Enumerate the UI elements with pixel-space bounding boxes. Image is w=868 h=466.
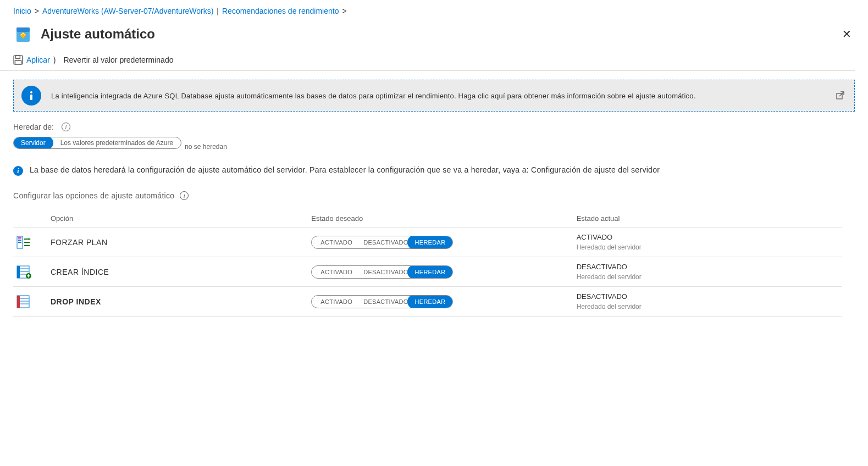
current-state: DESACTIVADO Heredado del servidor — [577, 292, 842, 310]
current-state: DESACTIVADO Heredado del servidor — [577, 263, 842, 281]
option-name: CREAR ÍNDICE — [46, 268, 311, 276]
svg-rect-1 — [16, 27, 30, 32]
toggle-inherit[interactable]: HEREDAR — [407, 295, 454, 308]
current-state-value: DESACTIVADO — [577, 292, 842, 301]
external-link-icon — [836, 91, 844, 100]
col-desired: Estado deseado — [311, 214, 576, 223]
page-title: Ajuste automático — [41, 26, 155, 42]
col-current: Estado actual — [577, 214, 842, 223]
option-name: FORZAR PLAN — [46, 238, 311, 247]
info-icon-small: i — [13, 166, 23, 176]
inherit-from-label: Heredar de: i — [13, 123, 855, 131]
desired-state-toggle[interactable]: ACTIVADO DESACTIVADO HEREDAR — [311, 265, 453, 279]
apply-button[interactable]: Aplicar ) — [13, 55, 56, 65]
svg-rect-10 — [18, 240, 21, 241]
inherit-azure-defaults-option[interactable]: Los valores predeterminados de Azure — [53, 137, 181, 149]
breadcrumb-sep: > — [342, 7, 346, 15]
option-name: DROP INDEX — [46, 297, 311, 306]
toggle-on[interactable]: ACTIVADO — [312, 295, 361, 308]
svg-rect-19 — [17, 296, 20, 308]
breadcrumb-perf[interactable]: Recomendaciones de rendimiento — [222, 7, 339, 15]
page-header: Ajuste automático ✕ — [0, 20, 868, 55]
current-state-source: Heredado del servidor — [577, 303, 842, 310]
info-tooltip-icon[interactable]: i — [62, 123, 70, 131]
info-banner[interactable]: La inteligencia integrada de Azure SQL D… — [13, 80, 855, 112]
current-state-source: Heredado del servidor — [577, 243, 842, 251]
svg-rect-13 — [17, 266, 20, 278]
create-index-icon — [16, 265, 32, 279]
inherit-label-text: Heredar de: — [13, 123, 54, 131]
close-button[interactable]: ✕ — [839, 25, 855, 43]
breadcrumb-db[interactable]: AdventureWorks (AW-Server-07/AdventureWo… — [42, 7, 213, 15]
drop-index-icon — [16, 295, 32, 308]
revert-label: Revertir al valor predeterminado — [63, 56, 173, 64]
current-state: ACTIVADO Heredado del servidor — [577, 233, 842, 251]
apply-paren: ) — [53, 56, 56, 64]
toggle-on[interactable]: ACTIVADO — [312, 236, 361, 249]
toggle-inherit[interactable]: HEREDAR — [407, 236, 454, 249]
breadcrumb-home[interactable]: Inicio — [13, 7, 31, 15]
info-banner-text: La inteligencia integrada de Azure SQL D… — [51, 92, 826, 100]
current-state-value: DESACTIVADO — [577, 263, 842, 271]
current-state-value: ACTIVADO — [577, 233, 842, 241]
info-icon — [21, 86, 41, 106]
apply-label: Aplicar — [26, 56, 50, 64]
toggle-off[interactable]: DESACTIVADO — [361, 236, 412, 249]
inherit-server-option[interactable]: Servidor — [13, 137, 53, 149]
inherit-toggle[interactable]: Servidor Los valores predeterminados de … — [13, 137, 181, 149]
save-icon — [13, 55, 23, 65]
database-icon — [13, 24, 33, 44]
col-option: Opción — [46, 214, 311, 223]
info-tooltip-icon[interactable]: i — [180, 191, 189, 200]
inherit-note-text: La base de datos heredará la configuraci… — [30, 165, 660, 174]
table-row: FORZAR PLAN ACTIVADO DESACTIVADO HEREDAR… — [13, 227, 842, 257]
revert-button[interactable]: Revertir al valor predeterminado — [63, 56, 173, 64]
table-row: CREAR ÍNDICE ACTIVADO DESACTIVADO HEREDA… — [13, 257, 842, 286]
toggle-inherit[interactable]: HEREDAR — [407, 265, 454, 279]
config-section-label: Configurar las opciones de ajuste automá… — [13, 191, 855, 200]
inherit-note: i La base de datos heredará la configura… — [13, 165, 855, 176]
svg-rect-6 — [30, 95, 32, 100]
svg-rect-3 — [16, 56, 20, 59]
breadcrumb-sep: > — [35, 7, 39, 15]
breadcrumb-pipe: | — [217, 7, 219, 15]
svg-rect-4 — [15, 60, 21, 64]
desired-state-toggle[interactable]: ACTIVADO DESACTIVADO HEREDAR — [311, 295, 453, 308]
inherit-no-inherit: no se heredan — [185, 143, 227, 151]
toggle-off[interactable]: DESACTIVADO — [361, 265, 412, 279]
toggle-off[interactable]: DESACTIVADO — [361, 295, 412, 308]
breadcrumb: Inicio > AdventureWorks (AW-Server-07/Ad… — [0, 0, 868, 20]
table-header: Opción Estado deseado Estado actual — [13, 210, 842, 227]
toolbar: Aplicar ) Revertir al valor predetermina… — [0, 55, 855, 71]
current-state-source: Heredado del servidor — [577, 273, 842, 281]
config-section-text: Configurar las opciones de ajuste automá… — [13, 191, 174, 200]
toggle-on[interactable]: ACTIVADO — [312, 265, 361, 279]
svg-rect-11 — [18, 242, 21, 243]
force-plan-icon — [16, 236, 32, 249]
svg-rect-9 — [18, 237, 21, 238]
svg-point-5 — [30, 91, 32, 93]
desired-state-toggle[interactable]: ACTIVADO DESACTIVADO HEREDAR — [311, 236, 453, 249]
options-table: Opción Estado deseado Estado actual FORZ… — [13, 210, 842, 317]
table-row: DROP INDEX ACTIVADO DESACTIVADO HEREDAR … — [13, 286, 842, 317]
